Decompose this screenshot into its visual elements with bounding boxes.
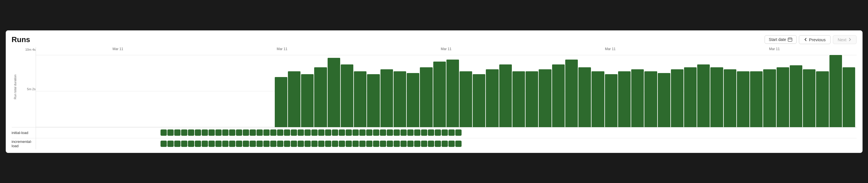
bar: [777, 67, 789, 127]
start-date-label: Start date: [769, 37, 786, 42]
dot-filled: [318, 129, 324, 136]
dot-filled: [359, 129, 366, 136]
bar: [565, 59, 578, 127]
bar: [830, 55, 842, 127]
dot-empty: [147, 129, 153, 136]
start-date-button[interactable]: Start date: [765, 35, 797, 44]
dot-filled: [428, 129, 434, 136]
bar: [750, 71, 763, 127]
dot-filled: [346, 129, 352, 136]
main-container: Runs Start date Previous Next: [6, 30, 863, 153]
dot-filled: [400, 140, 407, 147]
legend-label-incremental-load: incremental-load: [12, 138, 36, 149]
legend-row: initial-load incremental-load: [12, 127, 857, 149]
dot-empty: [113, 129, 119, 136]
legend-label-initial-load: initial-load: [12, 127, 36, 138]
dot-filled: [181, 140, 187, 147]
next-button[interactable]: Next: [833, 35, 857, 44]
legend-label-col: initial-load incremental-load: [12, 127, 36, 149]
bar: [367, 74, 380, 127]
bar: [591, 71, 604, 127]
bar: [354, 71, 367, 127]
bar: [407, 73, 419, 127]
dot-filled: [229, 129, 235, 136]
x-axis-label: Mar 11: [113, 47, 123, 51]
dot-filled: [318, 140, 324, 147]
bar: [380, 69, 393, 127]
bar: [816, 71, 829, 127]
y-tick-top: 10m 4s: [25, 48, 35, 51]
dot-filled: [414, 140, 421, 147]
bar: [328, 58, 340, 127]
bar: [420, 67, 432, 127]
page-title: Runs: [12, 35, 30, 44]
bar: [644, 71, 657, 127]
dot-filled: [366, 129, 372, 136]
dot-filled: [209, 129, 215, 136]
dot-filled: [346, 140, 352, 147]
dot-filled: [435, 129, 441, 136]
dot-filled: [387, 140, 393, 147]
dot-filled: [407, 129, 413, 136]
dot-empty: [119, 129, 126, 136]
bar: [697, 64, 710, 127]
dot-empty: [65, 129, 71, 136]
dot-filled: [325, 129, 331, 136]
dot-empty: [133, 129, 140, 136]
dot-filled: [298, 129, 304, 136]
y-axis-label-container: Run total duration: [12, 47, 19, 127]
dot-filled: [236, 129, 242, 136]
dot-filled: [373, 140, 379, 147]
y-axis: 10m 4s 5m 2s: [19, 47, 36, 127]
bar: [314, 67, 327, 127]
chevron-left-icon: [804, 37, 808, 42]
previous-button[interactable]: Previous: [799, 35, 830, 44]
dot-filled: [441, 129, 448, 136]
bar: [605, 74, 618, 127]
dot-empty: [154, 129, 160, 136]
bar: [301, 74, 314, 127]
dot-filled: [359, 140, 366, 147]
bar: [737, 71, 749, 127]
dot-empty: [44, 129, 50, 136]
y-tick-mid: 5m 2s: [27, 88, 36, 91]
dot-filled: [339, 129, 345, 136]
dot-filled: [250, 140, 256, 147]
dot-empty: [71, 140, 78, 147]
dot-filled: [188, 140, 194, 147]
dot-filled: [277, 129, 283, 136]
bar: [526, 71, 538, 127]
dot-empty: [106, 140, 112, 147]
dot-filled: [215, 140, 222, 147]
dot-filled: [188, 129, 194, 136]
dot-filled: [215, 129, 222, 136]
dot-filled: [311, 140, 318, 147]
dots-row: [36, 138, 857, 149]
dot-filled: [448, 140, 455, 147]
bar: [539, 69, 551, 127]
dot-filled: [448, 129, 455, 136]
dot-filled: [373, 129, 379, 136]
dot-filled: [332, 140, 338, 147]
dot-filled: [421, 140, 427, 147]
dot-filled: [209, 140, 215, 147]
bar: [275, 77, 287, 127]
dot-filled: [174, 140, 181, 147]
dot-filled: [325, 140, 331, 147]
next-label: Next: [838, 37, 846, 42]
dot-filled: [264, 129, 270, 136]
dot-empty: [113, 140, 119, 147]
dot-empty: [92, 129, 98, 136]
chart-plot: Mar 11Mar 11Mar 11Mar 11Mar 11: [36, 47, 857, 127]
dot-filled: [250, 129, 256, 136]
dot-filled: [270, 140, 277, 147]
dot-filled: [264, 140, 270, 147]
dot-filled: [222, 129, 228, 136]
bar: [790, 65, 802, 127]
dot-filled: [311, 129, 318, 136]
bar: [446, 59, 459, 127]
dot-filled: [167, 140, 174, 147]
dot-filled: [400, 129, 407, 136]
dot-filled: [352, 140, 359, 147]
dot-empty: [71, 129, 78, 136]
